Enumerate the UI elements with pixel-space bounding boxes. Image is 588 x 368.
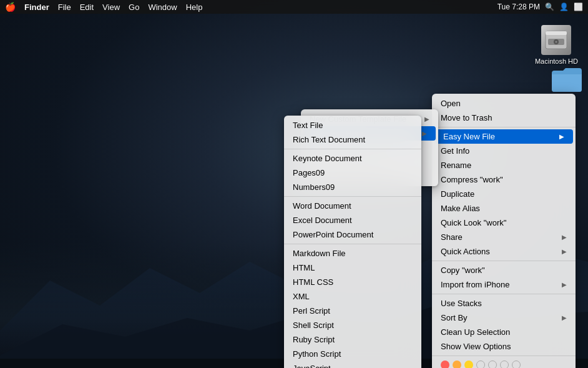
menu-item-xml[interactable]: XML [284,289,421,304]
menubar-help[interactable]: Help [186,2,203,12]
folder-svg [551,66,583,93]
menu-item-html[interactable]: HTML [284,261,421,275]
menu-item-excel[interactable]: Excel Document [284,213,421,227]
menubar-user[interactable]: 👤 [559,2,569,11]
arrow-icon: ▶ [559,133,564,140]
menubar-search[interactable]: 🔍 [545,2,554,11]
menu-item-share[interactable]: Share ▶ [432,230,576,244]
menu-item-duplicate[interactable]: Duplicate [432,187,576,201]
menu-item-numbers[interactable]: Numbers09 [284,180,421,194]
hd-svg [544,29,568,51]
svg-point-7 [556,41,557,43]
folder-icon[interactable] [551,66,583,95]
menu-item-show-view-options[interactable]: Show View Options [432,339,576,354]
menubar-window[interactable]: Window [148,2,177,12]
arrow-icon: ▶ [562,314,567,321]
menu-item-javascript[interactable]: JavaScript [284,361,421,368]
menu-item-pages[interactable]: Pages09 [284,166,421,180]
menubar-view[interactable]: View [102,2,120,12]
tag-orange[interactable] [453,361,461,368]
hd-label: Macintosh HD [535,57,578,65]
menu-item-import-iphone[interactable]: Import from iPhone ▶ [432,277,576,292]
menu-item-ruby[interactable]: Ruby Script [284,332,421,347]
menu-item-get-info[interactable]: Get Info [432,144,576,158]
menu-item-open[interactable]: Open [432,96,576,111]
menu-item-use-stacks[interactable]: Use Stacks [432,296,576,311]
menu-item-python[interactable]: Python Script [284,347,421,361]
menu-item-perl[interactable]: Perl Script [284,304,421,318]
menubar-edit[interactable]: Edit [80,2,94,12]
divider [432,127,576,127]
menu-item-sort-by[interactable]: Sort By ▶ [432,311,576,325]
menubar-app-name[interactable]: Finder [24,2,49,12]
menu-item-copy-work[interactable]: Copy "work" [432,263,576,277]
tag-yellow[interactable] [464,361,473,368]
menubar-left: 🍎 Finder File Edit View Go Window Help [5,2,202,12]
menu-item-rename[interactable]: Rename [432,158,576,172]
divider [284,196,421,197]
arrow-icon: ▶ [424,116,429,122]
divider [432,261,576,261]
menu-item-quick-look[interactable]: Quick Look "work" [432,216,576,230]
menubar-time: Tue 7:28 PM [497,2,540,11]
divider [432,356,576,356]
tag-empty-3[interactable] [500,361,509,368]
arrow-icon: ▶ [422,130,427,137]
tags-row [432,358,576,368]
menu-item-move-trash[interactable]: Move to Trash [432,111,576,125]
tag-empty-2[interactable] [488,361,497,368]
menubar: 🍎 Finder File Edit View Go Window Help T… [0,0,588,14]
menu-item-word[interactable]: Word Document [284,199,421,213]
menu-item-easy-new-file[interactable]: Easy New File ▶ [434,129,573,144]
menubar-file[interactable]: File [58,2,71,12]
hd-icon-image [541,25,571,55]
main-context-menu[interactable]: Open Move to Trash Easy New File ▶ Get I… [432,94,576,368]
hd-icon[interactable]: Macintosh HD [535,25,578,65]
svg-rect-4 [546,31,567,35]
menubar-right: Tue 7:28 PM 🔍 👤 ⬜ [497,2,583,11]
tag-empty-1[interactable] [476,361,485,368]
menubar-control-center[interactable]: ⬜ [574,2,583,11]
menu-item-markdown[interactable]: Markdown File [284,246,421,261]
menu-item-compress[interactable]: Compress "work" [432,172,576,187]
menu-item-powerpoint[interactable]: PowerPoint Document [284,227,421,242]
menu-item-rich-text[interactable]: Rich Text Document [284,132,421,147]
apple-logo[interactable]: 🍎 [5,2,16,12]
menu-item-shell[interactable]: Shell Script [284,318,421,332]
menu-item-clean-up[interactable]: Clean Up Selection [432,325,576,339]
divider [284,244,421,244]
menubar-go[interactable]: Go [129,2,139,12]
menu-item-html-css[interactable]: HTML CSS [284,275,421,289]
menu-item-text-file[interactable]: Text File [284,118,421,132]
menu-item-make-alias[interactable]: Make Alias [432,201,576,216]
arrow-icon: ▶ [562,248,567,255]
tag-empty-4[interactable] [512,361,521,368]
divider [432,294,576,294]
menu-item-quick-actions[interactable]: Quick Actions ▶ [432,244,576,259]
arrow-icon: ▶ [562,234,567,241]
menu-item-keynote[interactable]: Keynote Document [284,151,421,166]
arrow-icon: ▶ [562,281,567,288]
tag-red[interactable] [441,361,449,368]
easy-new-file-submenu[interactable]: Text File Rich Text Document Keynote Doc… [284,116,421,368]
divider [284,149,421,149]
